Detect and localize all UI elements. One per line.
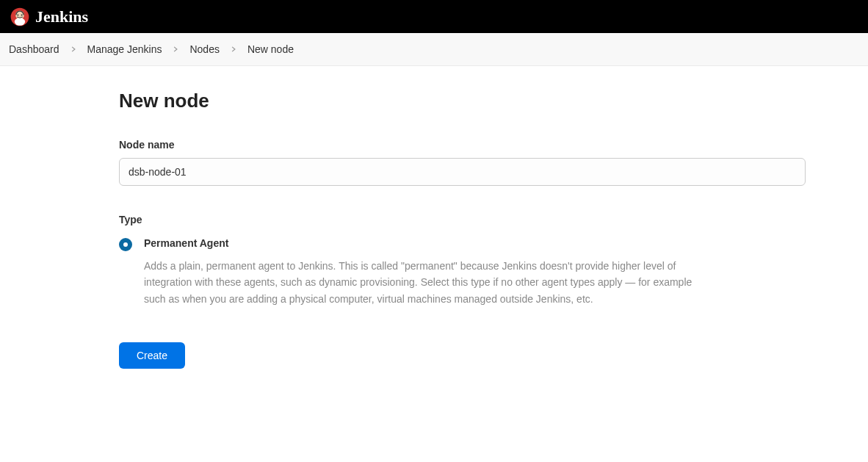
radio-button-icon <box>119 238 132 251</box>
svg-point-2 <box>15 18 25 25</box>
svg-point-4 <box>21 14 23 15</box>
radio-option-permanent-agent[interactable]: Permanent Agent Adds a plain, permanent … <box>119 237 701 307</box>
permanent-agent-label: Permanent Agent <box>144 237 701 249</box>
node-name-label: Node name <box>119 139 701 151</box>
create-button[interactable]: Create <box>119 342 185 369</box>
jenkins-logo-link[interactable]: Jenkins <box>10 7 88 26</box>
breadcrumb-bar: Dashboard Manage Jenkins Nodes New node <box>0 33 868 66</box>
breadcrumb: Dashboard Manage Jenkins Nodes New node <box>9 43 294 56</box>
chevron-right-icon <box>172 46 179 53</box>
page-title: New node <box>119 90 701 112</box>
type-label: Type <box>119 214 701 225</box>
svg-point-3 <box>17 14 18 15</box>
breadcrumb-manage-jenkins[interactable]: Manage Jenkins <box>87 43 162 55</box>
breadcrumb-new-node: New node <box>247 43 294 55</box>
permanent-agent-description: Adds a plain, permanent agent to Jenkins… <box>144 258 701 307</box>
breadcrumb-nodes[interactable]: Nodes <box>189 43 219 55</box>
jenkins-logo-icon <box>10 7 29 26</box>
chevron-right-icon <box>70 46 77 53</box>
brand-text: Jenkins <box>35 7 88 26</box>
main-content: New node Node name Type Permanent Agent … <box>0 66 701 369</box>
node-name-input[interactable] <box>119 158 806 186</box>
type-section: Type Permanent Agent Adds a plain, perma… <box>119 214 701 307</box>
top-header: Jenkins <box>0 0 868 33</box>
radio-content: Permanent Agent Adds a plain, permanent … <box>144 237 701 307</box>
breadcrumb-dashboard[interactable]: Dashboard <box>9 43 59 55</box>
chevron-right-icon <box>230 46 237 53</box>
